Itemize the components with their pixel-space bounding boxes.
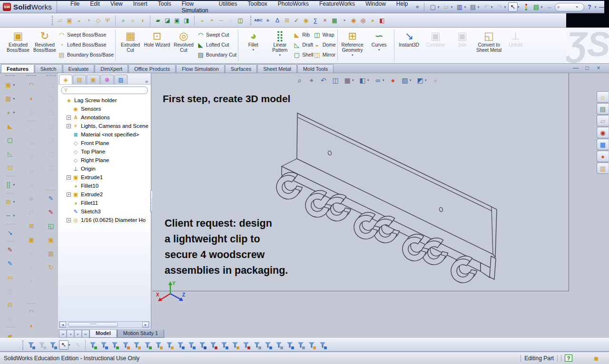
toolbar-grip[interactable] [250, 16, 252, 25]
ribbon-extruded-boss-base[interactable]: ▣Extruded Boss/Base [5, 29, 31, 62]
filter-annotations-icon[interactable] [263, 340, 273, 350]
extruded-boss-tool-icon[interactable]: ▣ [46, 235, 56, 245]
ribbon-curves[interactable]: ∽Curves▾ [366, 29, 393, 62]
dropdown-arrow-icon[interactable]: ▾ [352, 53, 354, 57]
tree-item-extrude1[interactable]: +▣Extrude1 [58, 173, 151, 182]
zoom-to-fit-icon[interactable]: ⌕ [295, 76, 304, 85]
section-properties-icon[interactable]: ⊞ [283, 16, 291, 25]
edrawings-publish-icon[interactable]: ◕ [368, 16, 377, 25]
toolbar-grip[interactable] [5, 75, 15, 76]
section-view-icon[interactable]: ◫ [331, 76, 340, 85]
toolbar-grip[interactable] [52, 16, 53, 25]
performance-evaluation-icon[interactable]: ◔ [340, 16, 348, 25]
revolved-surface-icon[interactable]: ◗ [27, 94, 36, 104]
dropdown-arrow-icon[interactable]: ▾ [378, 48, 380, 52]
scroll-right-button[interactable]: ▸ [142, 322, 149, 327]
deform-surface-icon[interactable]: ◗ [27, 321, 36, 331]
minimize-document-button[interactable]: — [572, 65, 580, 71]
filter-blocks-icon[interactable] [318, 340, 327, 350]
helix-spiral-icon[interactable]: ◨ [182, 16, 191, 25]
tab-flow-simulation[interactable]: Flow Simulation [176, 64, 225, 73]
ribbon-draft[interactable]: ◺Draft [293, 40, 313, 49]
extruded-cut-icon[interactable]: ▦ [4, 94, 13, 104]
close-document-button[interactable]: × [595, 65, 602, 71]
hide-show-items-icon[interactable]: ∞ [373, 76, 383, 85]
redo-dropdown[interactable]: ▾ [504, 5, 508, 9]
select-dropdown[interactable]: ▾ [518, 5, 521, 9]
display-style-dropdown[interactable]: ▾ [367, 78, 371, 82]
ribbon-convert-to-sheet-metal[interactable]: ◱Convert to Sheet Metal [476, 29, 502, 62]
sketch-tool-icon[interactable]: ✎ [46, 194, 56, 203]
ribbon-linear-pattern[interactable]: ⣿Linear Pattern▾ [266, 29, 293, 62]
view-settings-dropdown[interactable]: ▾ [425, 78, 428, 82]
tab-motion-study-1[interactable]: Motion Study 1 [117, 330, 164, 338]
reference-geometry-icon[interactable]: ⊞ [4, 197, 13, 207]
ribbon-revolved-cut[interactable]: ◎Revolved Cut [170, 29, 197, 62]
linear-pattern-dropdown[interactable]: ▾ [13, 183, 17, 187]
select-all-filters-icon[interactable] [48, 340, 58, 350]
tree-tabs-overflow[interactable]: » [143, 78, 150, 84]
deform-icon[interactable]: ◌ [226, 16, 235, 25]
expand-icon[interactable]: + [67, 175, 71, 180]
flex-icon[interactable]: ◒ [198, 16, 206, 25]
tree-filter-input[interactable] [69, 88, 131, 93]
toolbar-grip[interactable] [46, 75, 56, 76]
dimxpertmanager-tab[interactable]: ⊕ [100, 75, 114, 84]
tab-sheet-metal[interactable]: Sheet Metal [257, 64, 297, 73]
options-icon[interactable]: ▤ [531, 2, 541, 12]
select-tool-icon[interactable]: ↖ [59, 340, 69, 350]
render-effects-icon[interactable]: ◎ [359, 16, 367, 25]
view-orientation-dropdown[interactable]: ▾ [352, 78, 355, 82]
dome-tool-icon[interactable]: ◓ [207, 16, 216, 25]
new-document-dropdown[interactable]: ▾ [438, 5, 441, 9]
check-sketch-icon[interactable]: ⌕ [119, 16, 128, 25]
tab-sketch[interactable]: Sketch [35, 64, 62, 73]
tree-item-origin[interactable]: ⊥Origin [58, 164, 151, 173]
filter-weld-beads-icon[interactable] [307, 340, 316, 350]
search-box[interactable]: ⌕▾ [555, 3, 584, 11]
graphics-viewport[interactable]: ⌕⌖↶◫▦▾◧▾∞▾●▨▾◩▾● First step, create 3D m… [152, 73, 569, 291]
save-dropdown[interactable]: ▾ [464, 5, 468, 9]
ribbon-wrap[interactable]: ◫Wrap [314, 30, 336, 39]
fillet-dropdown[interactable]: ▾ [13, 111, 17, 115]
tab-dimxpert[interactable]: DimXpert [95, 64, 128, 73]
view-settings-icon[interactable]: ◩ [415, 76, 425, 85]
tree-item-lag-screw-holder[interactable]: ◈Lag Screw holder [58, 96, 151, 105]
previous-view-icon[interactable]: ↶ [319, 76, 328, 85]
options-dropdown[interactable]: ▾ [541, 5, 544, 9]
tree-item-front-plane[interactable]: ◇Front Plane [58, 139, 151, 147]
filter-toggle-icon[interactable] [26, 340, 36, 350]
measure-icon[interactable]: ⌖ [264, 16, 272, 25]
ribbon-boundary-cut[interactable]: ▤Boundary Cut [197, 50, 236, 59]
filter-routing-points-icon[interactable] [241, 340, 251, 350]
ribbon-boundary-boss-base[interactable]: ▤Boundary Boss/Base [58, 50, 114, 59]
tree-item-fillet10[interactable]: ◕Fillet10 [58, 182, 151, 190]
open-dropdown[interactable]: ▾ [451, 5, 454, 9]
extruded-boss-icon[interactable]: ▣ [4, 80, 13, 90]
view-orientation-icon[interactable]: ▦ [343, 76, 352, 85]
print-icon[interactable]: ▤ [468, 2, 478, 12]
custom-properties-tab[interactable]: ▥ [597, 163, 609, 174]
tree-item-lights-cameras-and-scene[interactable]: +☀Lights, Cameras and Scene [58, 122, 151, 130]
more-tools-icon[interactable]: .... [545, 2, 554, 12]
tree-horizontal-scrollbar[interactable]: ◂ ▸ [59, 321, 149, 328]
sweep-flyout-icon[interactable]: ◒ [75, 16, 83, 25]
check-entity-icon[interactable]: ✓ [292, 16, 301, 25]
filter-surface-bodies-icon[interactable] [121, 340, 130, 350]
freeform-icon[interactable]: Ψ [103, 16, 112, 25]
expand-icon[interactable]: + [67, 124, 71, 128]
split-line-icon[interactable]: ▰ [154, 16, 162, 25]
appearances-tab[interactable]: ● [597, 151, 609, 162]
composite-curve-icon[interactable]: ▣ [173, 16, 181, 25]
ribbon-instant3d[interactable]: ↘Instant3D [396, 29, 422, 62]
tree-item-extrude2[interactable]: +▣Extrude2 [58, 190, 151, 199]
filter-datums-icon[interactable] [296, 340, 305, 350]
filter-frames-icon[interactable] [143, 340, 152, 350]
select-icon[interactable]: ↖ [508, 2, 518, 12]
edit-appearance-icon[interactable]: ● [388, 76, 398, 85]
traffic-light-icon[interactable] [521, 2, 531, 12]
tab-nav-0[interactable]: |◂ [59, 330, 67, 338]
ribbon-extruded-cut[interactable]: ▦Extruded Cut [117, 29, 144, 62]
help-icon[interactable]: ? [585, 2, 594, 12]
filter-balloons-icon[interactable] [285, 340, 295, 350]
